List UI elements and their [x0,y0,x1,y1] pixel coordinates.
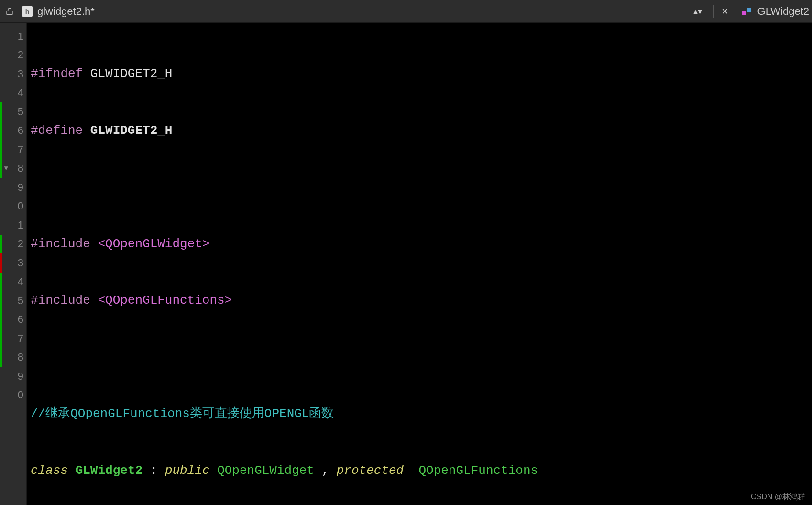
code-line: //继承QOpenGLFunctions类可直接使用OPENGL函数 [31,405,538,424]
diff-marker [0,235,2,254]
gutter-row: 2 [0,235,26,254]
close-icon[interactable]: ✕ [719,5,731,18]
line-number: 5 [18,106,23,118]
line-number: 7 [18,143,23,156]
diff-marker [0,159,2,178]
diff-marker [0,291,2,310]
line-number: 3 [18,257,23,269]
gutter-row: 1 [0,216,26,235]
gutter-row: 2 [0,46,26,65]
svg-rect-0 [7,11,12,14]
gutter-row: 5 [0,291,26,310]
svg-rect-1 [742,11,746,15]
gutter-row: 1 [0,27,26,46]
diff-marker [0,310,2,329]
gutter-row: 7 [0,140,26,159]
gutter-row: 6 [0,121,26,141]
gutter-row: 8 [0,348,26,367]
line-number-gutter: 12345678▼901234567890 [0,23,27,505]
line-number: 3 [18,68,23,80]
editor-toolbar: h glwidget2.h* ▴▾ ✕ GLWidget2 [0,0,812,23]
line-number: 4 [18,275,23,288]
code-editor[interactable]: 12345678▼901234567890 #ifndef GLWIDGET2_… [0,23,812,505]
file-switcher-icon[interactable]: ▴▾ [691,6,705,17]
symbol-selector[interactable]: GLWidget2 [757,5,809,18]
file-tab[interactable]: h glwidget2.h* ▴▾ [18,5,709,18]
gutter-row: 3 [0,65,26,84]
line-number: 9 [18,370,23,383]
code-line [31,348,538,367]
code-line: #ifndef GLWIDGET2_H [31,65,538,84]
line-number: 9 [18,181,23,194]
gutter-row: 0 [0,197,26,216]
line-number: 2 [18,238,23,250]
gutter-row: 9 [0,178,26,197]
line-number: 8 [18,162,23,175]
toolbar-separator [736,5,736,18]
svg-rect-2 [747,8,751,12]
gutter-row: 9 [0,367,26,386]
line-number: 8 [18,351,23,363]
diff-marker [0,329,2,348]
diff-marker [0,348,2,367]
code-line: #include <QOpenGLWidget> [31,235,538,254]
line-number: 1 [18,30,23,43]
line-number: 1 [18,219,23,231]
diff-marker [0,253,2,273]
code-line [31,178,538,197]
diff-marker [0,273,2,292]
line-number: 7 [18,332,23,345]
watermark: CSDN @林鸿群 [751,492,805,502]
gutter-row: 0 [0,386,26,405]
gutter-row: 4 [0,84,26,103]
toolbar-separator [713,5,714,18]
line-number: 0 [18,389,23,401]
diff-marker [0,140,2,159]
gutter-row: 8▼ [0,159,26,178]
line-number: 2 [18,49,23,61]
code-area[interactable]: #ifndef GLWIDGET2_H #define GLWIDGET2_H … [27,23,538,505]
gutter-row: 6 [0,310,26,329]
line-number: 5 [18,295,23,307]
line-number: 6 [18,313,23,326]
lock-icon[interactable] [3,5,16,18]
gutter-row: 4 [0,273,26,292]
code-line: class GLWidget2 : public QOpenGLWidget ,… [31,461,538,481]
line-number: 4 [18,87,23,99]
code-line: #define GLWIDGET2_H [31,121,538,141]
diff-marker [0,102,2,121]
line-number: 0 [18,200,23,212]
diff-marker [0,121,2,141]
line-number: 6 [18,124,23,137]
gutter-row: 7 [0,329,26,348]
gutter-row: 3 [0,253,26,273]
fold-icon[interactable]: ▼ [4,165,8,172]
header-file-icon: h [22,6,33,17]
code-line: #include <QOpenGLFunctions> [31,291,538,310]
class-icon [741,6,753,17]
file-name: glwidget2.h* [37,5,95,18]
gutter-row: 5 [0,102,26,121]
